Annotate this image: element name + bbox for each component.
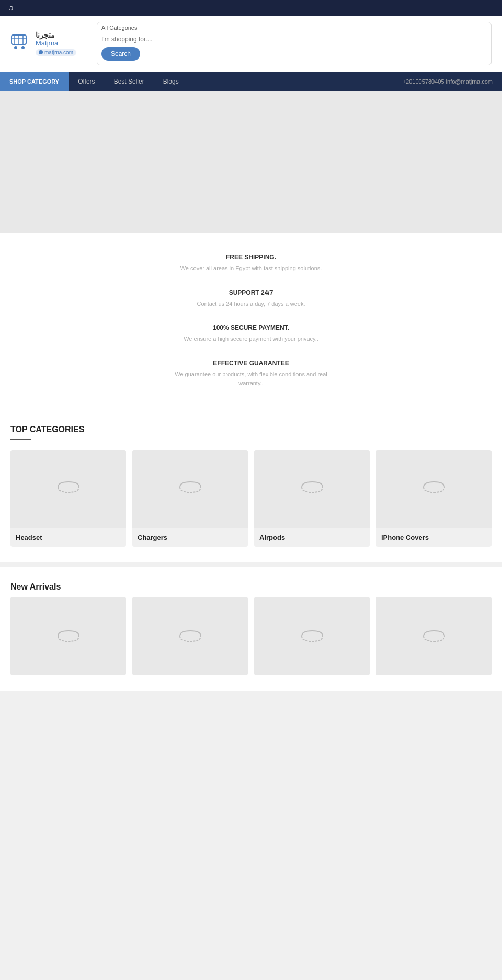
search-category-label: All Categories: [101, 25, 137, 31]
svg-point-1: [14, 46, 17, 49]
new-arrivals-section: New Arrivals: [0, 567, 502, 691]
features-section: FREE SHIPPING. We cover all areas in Egy…: [0, 233, 502, 409]
feature-desc-guarantee: We guarantee our products, with flexible…: [173, 370, 329, 388]
search-input-row: [97, 33, 491, 45]
feature-title-support: SUPPORT 24/7: [197, 289, 305, 296]
cat-img-iphone-covers: [376, 450, 492, 528]
search-button[interactable]: Search: [101, 47, 140, 61]
feature-support: SUPPORT 24/7 Contact us 24 hours a day, …: [197, 289, 305, 309]
feature-desc-shipping: We cover all areas in Egypt with fast sh…: [180, 264, 322, 273]
feature-title-guarantee: EFFECTIVE GUARANTEE: [173, 360, 329, 367]
image-placeholder-iphone-covers: [421, 479, 447, 499]
cat-label-airpods: Airpods: [254, 528, 370, 547]
feature-desc-support: Contact us 24 hours a day, 7 days a week…: [197, 299, 305, 309]
top-bar: ♫: [0, 0, 502, 16]
logo-latin: Matjrna: [36, 39, 76, 47]
cat-card-chargers[interactable]: Chargers: [132, 450, 248, 547]
arrivals-grid: [10, 597, 492, 675]
cat-img-airpods: [254, 450, 370, 528]
category-grid: Headset Chargers Airpods: [10, 450, 492, 547]
feature-title-shipping: FREE SHIPPING.: [180, 253, 322, 261]
arrival-img-2: [132, 597, 248, 675]
cat-card-iphone-covers[interactable]: iPhone Covers: [376, 450, 492, 547]
search-area: All Categories Search: [97, 22, 492, 65]
arrival-img-4: [376, 597, 492, 675]
cart-icon: [10, 34, 31, 53]
feature-free-shipping: FREE SHIPPING. We cover all areas in Egy…: [180, 253, 322, 273]
header: متجرنا Matjrna matjrna.com All Categorie…: [0, 16, 502, 72]
arrival-card-2[interactable]: [132, 597, 248, 675]
feature-desc-payment: We ensure a high secure payment with you…: [184, 335, 318, 344]
nav-link-bestseller[interactable]: Best Seller: [105, 72, 154, 91]
image-placeholder-headset: [55, 479, 82, 499]
hero-banner: [0, 91, 502, 233]
arrival-card-1[interactable]: [10, 597, 126, 675]
badge-text: matjrna.com: [44, 50, 73, 55]
cat-label-iphone-covers: iPhone Covers: [376, 528, 492, 547]
feature-title-payment: 100% SECURE PAYMENT.: [184, 324, 318, 331]
cat-card-airpods[interactable]: Airpods: [254, 450, 370, 547]
nav-link-offers[interactable]: Offers: [69, 72, 104, 91]
logo-badge: matjrna.com: [36, 49, 76, 56]
search-category-row: All Categories: [97, 22, 491, 33]
arrival-img-3: [254, 597, 370, 675]
image-placeholder-airpods: [299, 479, 325, 499]
tiktok-icon: ♫: [8, 4, 14, 12]
top-categories-section: TOP CATEGORIES Headset Chargers: [0, 409, 502, 562]
main-nav: SHOP CATEGORY Offers Best Seller Blogs +…: [0, 72, 502, 91]
search-input[interactable]: [101, 36, 487, 43]
arrival-img-1: [10, 597, 126, 675]
arrival-card-3[interactable]: [254, 597, 370, 675]
cat-label-headset: Headset: [10, 528, 126, 547]
new-arrivals-title: New Arrivals: [10, 582, 492, 592]
nav-links: Offers Best Seller Blogs: [69, 72, 188, 91]
cat-card-headset[interactable]: Headset: [10, 450, 126, 547]
logo-arabic: متجرنا: [36, 31, 76, 39]
top-categories-title: TOP CATEGORIES: [10, 425, 492, 434]
feature-guarantee: EFFECTIVE GUARANTEE We guarantee our pro…: [173, 360, 329, 388]
nav-contact: +201005780405 info@matjrna.com: [393, 72, 502, 91]
feature-payment: 100% SECURE PAYMENT. We ensure a high se…: [184, 324, 318, 344]
cat-label-chargers: Chargers: [132, 528, 248, 547]
cat-img-chargers: [132, 450, 248, 528]
section-divider: [10, 439, 31, 440]
logo-area: متجرنا Matjrna matjrna.com: [10, 31, 89, 56]
logo-text: متجرنا Matjrna matjrna.com: [36, 31, 76, 56]
badge-dot: [39, 50, 43, 54]
cat-img-headset: [10, 450, 126, 528]
nav-link-blogs[interactable]: Blogs: [154, 72, 188, 91]
svg-point-2: [21, 46, 25, 49]
shop-category-button[interactable]: SHOP CATEGORY: [0, 72, 69, 91]
arrival-card-4[interactable]: [376, 597, 492, 675]
image-placeholder-chargers: [177, 479, 203, 499]
